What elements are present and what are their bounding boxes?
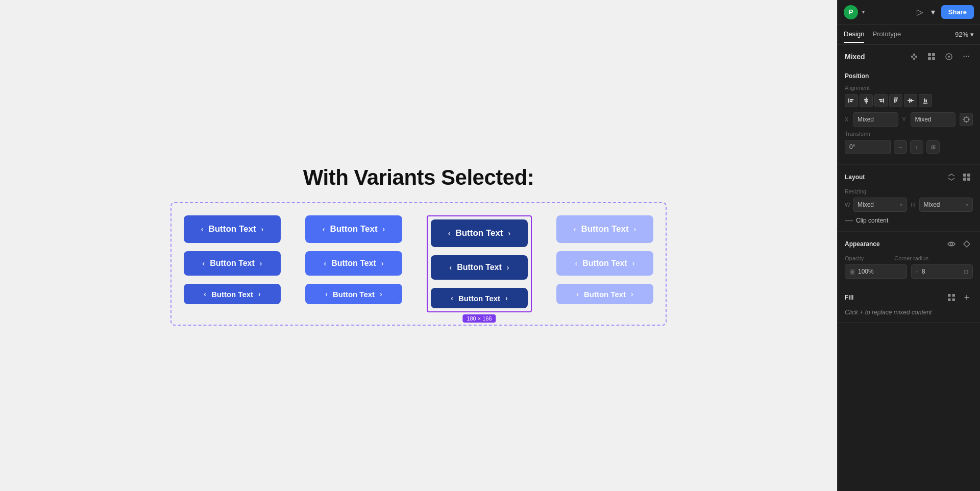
btn-col1-row1[interactable]: ‹ Button Text › (184, 215, 281, 243)
btn-col1-row3[interactable]: ‹ Button Text › (184, 284, 281, 304)
corner-expand-btn[interactable]: ⊡ (964, 268, 968, 275)
share-button[interactable]: Share (941, 5, 974, 19)
left-icon-2: ‹ (202, 259, 205, 267)
opacity-icon: ▣ (849, 268, 855, 275)
component-icon[interactable] (908, 50, 921, 63)
align-right-btn[interactable] (874, 94, 888, 107)
tab-prototype[interactable]: Prototype (872, 26, 901, 43)
layout-title: Layout (845, 174, 945, 181)
svg-rect-5 (932, 53, 935, 56)
btn-label: Button Text (333, 290, 375, 299)
position-y-input[interactable]: Mixed (911, 112, 956, 127)
height-input[interactable]: Mixed ▾ (919, 198, 973, 212)
btn-col3-row1[interactable]: ‹ Button Text › (431, 219, 528, 247)
resizing-row: W Mixed ▾ H Mixed ▾ (845, 198, 973, 212)
opacity-label: Opacity (845, 255, 864, 261)
right-icon-9: › (505, 294, 508, 302)
play-button[interactable]: ▷ (915, 5, 925, 19)
align-center-v-btn[interactable] (904, 94, 917, 107)
grid-icon[interactable] (925, 50, 938, 63)
corner-radius-value: 8 (922, 268, 925, 275)
rotation-input[interactable]: 0° (845, 140, 891, 154)
mixed-panel-icons: ⋯ (908, 50, 973, 63)
svg-rect-18 (880, 101, 883, 103)
zoom-level: 92% ▾ (955, 31, 974, 38)
opacity-row: ▣ 100% ⌐ 8 ⊡ (845, 264, 973, 279)
panel-tabs: Design Prototype 92% ▾ (838, 24, 980, 45)
fill-add-btn[interactable]: + (961, 291, 973, 304)
svg-rect-1 (915, 56, 917, 58)
fill-grid-icon[interactable] (945, 291, 958, 304)
tab-design[interactable]: Design (844, 26, 864, 43)
clip-toggle[interactable]: — (845, 216, 853, 225)
transform-more-btn[interactable]: ⊞ (926, 140, 940, 154)
corner-radius-input[interactable]: ⌐ 8 ⊡ (911, 264, 973, 279)
btn-col4-row2[interactable]: ‹ Button Text › (556, 251, 653, 276)
constraints-icon[interactable] (960, 113, 973, 126)
btn-col3-row2[interactable]: ‹ Button Text › (431, 255, 528, 280)
visibility-icon[interactable] (945, 238, 958, 250)
btn-label: Button Text (455, 228, 503, 238)
size-label: 180 × 166 (462, 314, 496, 323)
btn-label: Button Text (582, 259, 627, 268)
styles-icon[interactable] (942, 50, 955, 63)
canvas-content: With Variants Selected: ‹ Button Text › … (170, 165, 667, 326)
chevron-down-icon[interactable]: ▾ (862, 9, 865, 15)
flip-v-btn[interactable]: ↕ (910, 140, 923, 154)
left-icon-7: ‹ (448, 229, 451, 237)
btn-col2-row2[interactable]: ‹ Button Text › (305, 251, 402, 276)
layout-expand-btn[interactable] (945, 171, 958, 183)
mixed-title: Mixed (845, 53, 865, 61)
width-field: W Mixed ▾ (845, 198, 907, 212)
play-options-button[interactable]: ▾ (929, 5, 937, 19)
right-icon-1: › (261, 225, 264, 233)
layout-grid-btn[interactable] (961, 171, 973, 183)
btn-col2-row3[interactable]: ‹ Button Text › (305, 284, 402, 304)
btn-label: Button Text (331, 259, 376, 268)
svg-point-37 (950, 243, 953, 245)
svg-rect-3 (913, 58, 915, 60)
btn-label: Button Text (211, 290, 253, 299)
flip-h-btn[interactable]: ↔ (894, 140, 907, 154)
width-input[interactable]: Mixed ▾ (853, 198, 907, 212)
layout-section-icons (945, 171, 973, 183)
align-top-btn[interactable] (889, 94, 902, 107)
svg-rect-28 (964, 117, 968, 121)
position-x-input[interactable]: Mixed (853, 112, 898, 127)
opacity-input[interactable]: ▣ 100% (845, 264, 907, 279)
btn-label: Button Text (458, 294, 500, 303)
svg-rect-13 (866, 97, 867, 104)
transform-label: Transform (845, 131, 973, 137)
btn-col1-row2[interactable]: ‹ Button Text › (184, 251, 281, 276)
svg-rect-14 (864, 99, 868, 101)
topbar-icons: ▷ ▾ Share (915, 5, 974, 19)
align-left-btn[interactable] (845, 94, 858, 107)
svg-rect-23 (909, 99, 911, 103)
btn-col4-row3[interactable]: ‹ Button Text › (556, 284, 653, 304)
align-center-h-btn[interactable] (860, 94, 873, 107)
fill-section: Fill + Click + to replace mixed content (838, 285, 980, 323)
panel-topbar: P ▾ ▷ ▾ Share (838, 0, 980, 24)
right-icon-2: › (260, 259, 262, 267)
btn-label: Button Text (457, 263, 502, 272)
svg-rect-26 (924, 99, 925, 102)
avatar: P (844, 5, 858, 19)
x-label: X (845, 116, 851, 122)
y-label: Y (902, 116, 909, 122)
svg-rect-27 (926, 100, 927, 102)
blend-icon[interactable] (961, 238, 973, 250)
btn-col4-row1[interactable]: ‹ Button Text › (556, 215, 653, 243)
more-options-icon[interactable]: ⋯ (960, 50, 973, 63)
svg-rect-17 (879, 99, 883, 101)
right-icon-12: › (631, 290, 633, 298)
btn-col3-row3[interactable]: ‹ Button Text › (431, 288, 528, 308)
svg-rect-36 (967, 178, 970, 181)
position-title: Position (845, 72, 973, 80)
height-dropdown-icon: ▾ (966, 202, 968, 208)
column-2: ‹ Button Text › ‹ Button Text › ‹ Button… (305, 215, 402, 312)
align-bottom-btn[interactable] (919, 94, 932, 107)
svg-rect-16 (883, 99, 884, 103)
svg-rect-2 (913, 54, 915, 56)
alignment-label: Alignment (845, 85, 973, 91)
btn-col2-row1[interactable]: ‹ Button Text › (305, 215, 402, 243)
